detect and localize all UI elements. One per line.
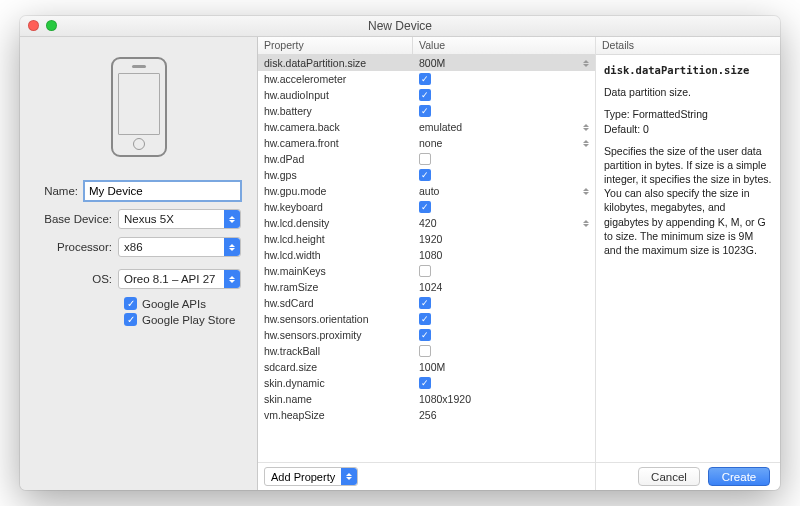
table-row[interactable]: hw.camera.frontnone	[258, 135, 595, 151]
property-value[interactable]	[413, 201, 595, 213]
property-value[interactable]: 1080	[413, 249, 595, 261]
property-value[interactable]	[413, 89, 595, 101]
table-row[interactable]: hw.accelerometer	[258, 71, 595, 87]
table-row[interactable]: hw.dPad	[258, 151, 595, 167]
property-name: skin.dynamic	[258, 377, 413, 389]
property-name: hw.ramSize	[258, 281, 413, 293]
value-checkbox[interactable]	[419, 313, 431, 325]
column-details: Details	[596, 37, 780, 55]
property-value[interactable]: 800M	[413, 57, 595, 69]
property-value[interactable]: 1024	[413, 281, 595, 293]
value-checkbox[interactable]	[419, 169, 431, 181]
table-row[interactable]: hw.audioInput	[258, 87, 595, 103]
property-value[interactable]	[413, 329, 595, 341]
column-property[interactable]: Property	[258, 37, 413, 54]
property-value[interactable]	[413, 345, 595, 357]
property-name: hw.lcd.height	[258, 233, 413, 245]
value-checkbox[interactable]	[419, 345, 431, 357]
table-row[interactable]: disk.dataPartition.size800M	[258, 55, 595, 71]
value-checkbox[interactable]	[419, 265, 431, 277]
table-row[interactable]: hw.mainKeys	[258, 263, 595, 279]
table-row[interactable]: hw.sensors.orientation	[258, 311, 595, 327]
device-preview-icon	[111, 57, 167, 157]
table-row[interactable]: sdcard.size100M	[258, 359, 595, 375]
property-value[interactable]: 420	[413, 217, 595, 229]
property-value[interactable]	[413, 73, 595, 85]
table-row[interactable]: hw.ramSize1024	[258, 279, 595, 295]
property-name: hw.battery	[258, 105, 413, 117]
property-value[interactable]: auto	[413, 185, 595, 197]
os-select[interactable]: Oreo 8.1 – API 27	[118, 269, 241, 289]
table-row[interactable]: hw.lcd.height1920	[258, 231, 595, 247]
property-value[interactable]: none	[413, 137, 595, 149]
stepper-icon[interactable]	[583, 124, 589, 131]
property-value[interactable]: 256	[413, 409, 595, 421]
google-apis-label: Google APIs	[142, 298, 206, 310]
property-value[interactable]	[413, 169, 595, 181]
value-checkbox[interactable]	[419, 73, 431, 85]
details-description: Specifies the size of the user data part…	[604, 144, 772, 257]
property-value[interactable]	[413, 105, 595, 117]
table-row[interactable]: hw.gpu.modeauto	[258, 183, 595, 199]
value-checkbox[interactable]	[419, 329, 431, 341]
property-value[interactable]	[413, 153, 595, 165]
base-device-select[interactable]: Nexus 5X	[118, 209, 241, 229]
property-value[interactable]	[413, 377, 595, 389]
google-play-label: Google Play Store	[142, 314, 235, 326]
value-checkbox[interactable]	[419, 297, 431, 309]
stepper-icon[interactable]	[583, 188, 589, 195]
property-rows[interactable]: disk.dataPartition.size800Mhw.accelerome…	[258, 55, 595, 462]
property-name: vm.heapSize	[258, 409, 413, 421]
table-row[interactable]: hw.camera.backemulated	[258, 119, 595, 135]
table-row[interactable]: hw.sdCard	[258, 295, 595, 311]
value-checkbox[interactable]	[419, 89, 431, 101]
add-property-button[interactable]: Add Property	[264, 467, 358, 486]
property-value[interactable]: 1920	[413, 233, 595, 245]
table-row[interactable]: hw.battery	[258, 103, 595, 119]
property-value[interactable]: 100M	[413, 361, 595, 373]
property-name: hw.audioInput	[258, 89, 413, 101]
table-row[interactable]: hw.sensors.proximity	[258, 327, 595, 343]
details-default: Default: 0	[604, 123, 649, 135]
value-checkbox[interactable]	[419, 377, 431, 389]
table-row[interactable]: hw.lcd.density420	[258, 215, 595, 231]
property-name: hw.lcd.width	[258, 249, 413, 261]
property-name: hw.sdCard	[258, 297, 413, 309]
stepper-icon[interactable]	[583, 60, 589, 67]
create-button[interactable]: Create	[708, 467, 770, 486]
chevrons-icon	[224, 238, 240, 256]
name-input[interactable]	[84, 181, 241, 201]
property-value[interactable]: emulated	[413, 121, 595, 133]
table-row[interactable]: hw.keyboard	[258, 199, 595, 215]
property-value[interactable]	[413, 313, 595, 325]
property-value[interactable]	[413, 297, 595, 309]
table-row[interactable]: hw.gps	[258, 167, 595, 183]
property-name: hw.sensors.orientation	[258, 313, 413, 325]
property-value[interactable]	[413, 265, 595, 277]
stepper-icon[interactable]	[583, 140, 589, 147]
column-value[interactable]: Value	[413, 37, 595, 54]
property-name: hw.gps	[258, 169, 413, 181]
value-checkbox[interactable]	[419, 105, 431, 117]
property-value[interactable]: 1080x1920	[413, 393, 595, 405]
table-row[interactable]: hw.lcd.width1080	[258, 247, 595, 263]
value-checkbox[interactable]	[419, 201, 431, 213]
table-row[interactable]: vm.heapSize256	[258, 407, 595, 423]
property-name: hw.camera.back	[258, 121, 413, 133]
stepper-icon[interactable]	[583, 220, 589, 227]
value-checkbox[interactable]	[419, 153, 431, 165]
property-name: hw.lcd.density	[258, 217, 413, 229]
sidebar: Name: Base Device: Nexus 5X Processor: x…	[20, 37, 258, 490]
property-table: Property Value disk.dataPartition.size80…	[258, 37, 596, 490]
property-name: skin.name	[258, 393, 413, 405]
google-apis-checkbox[interactable]	[124, 297, 137, 310]
table-row[interactable]: skin.dynamic	[258, 375, 595, 391]
property-name: hw.dPad	[258, 153, 413, 165]
chevrons-icon	[224, 210, 240, 228]
name-label: Name:	[36, 185, 84, 197]
processor-select[interactable]: x86	[118, 237, 241, 257]
table-row[interactable]: skin.name1080x1920	[258, 391, 595, 407]
google-play-checkbox[interactable]	[124, 313, 137, 326]
cancel-button[interactable]: Cancel	[638, 467, 700, 486]
table-row[interactable]: hw.trackBall	[258, 343, 595, 359]
